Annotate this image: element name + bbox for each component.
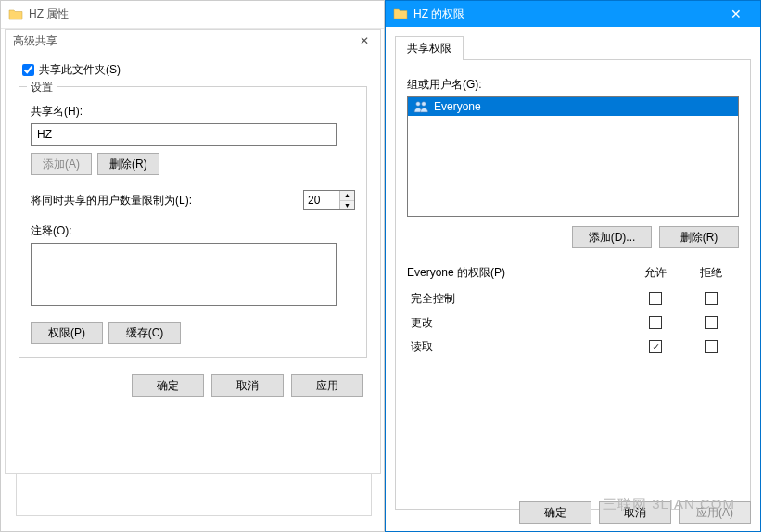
- close-icon[interactable]: ✕: [356, 32, 373, 49]
- deny-checkbox[interactable]: [705, 316, 718, 329]
- permission-name: 更改: [407, 315, 628, 331]
- add-share-button[interactable]: 添加(A): [31, 153, 92, 175]
- users-listbox[interactable]: Everyone: [407, 96, 739, 217]
- share-name-label: 共享名(H):: [31, 104, 355, 120]
- permissions-button[interactable]: 权限(P): [31, 322, 103, 344]
- permission-row: 读取: [407, 335, 739, 359]
- properties-panel-remnant: [16, 474, 372, 516]
- cancel-button[interactable]: 取消: [599, 501, 671, 524]
- list-item[interactable]: Everyone: [408, 97, 738, 116]
- add-user-button[interactable]: 添加(D)...: [572, 226, 652, 248]
- users-icon: [413, 100, 428, 113]
- advanced-sharing-dialog: 高级共享 ✕ 共享此文件夹(S) 设置 共享名(H): 添加(A) 删除(R) …: [5, 29, 381, 474]
- settings-legend: 设置: [27, 80, 57, 95]
- ok-button[interactable]: 确定: [132, 374, 204, 397]
- properties-titlebar[interactable]: HZ 属性: [1, 1, 384, 29]
- folder-icon: [393, 6, 408, 21]
- permission-row: 完全控制: [407, 286, 739, 310]
- allow-checkbox[interactable]: [649, 316, 662, 329]
- user-limit-label: 将同时共享的用户数量限制为(L):: [31, 193, 192, 209]
- list-item-label: Everyone: [434, 100, 481, 113]
- ok-button[interactable]: 确定: [519, 501, 591, 524]
- close-icon[interactable]: ✕: [716, 1, 757, 27]
- folder-icon: [8, 7, 23, 22]
- allow-checkbox[interactable]: [649, 292, 662, 305]
- group-users-label: 组或用户名(G):: [407, 77, 739, 93]
- permissions-window: HZ 的权限 ✕ 共享权限 组或用户名(G): Everyone 添加(D)..…: [385, 0, 761, 532]
- allow-checkbox[interactable]: [649, 340, 662, 353]
- tab-share-permissions[interactable]: 共享权限: [395, 36, 464, 60]
- cancel-button[interactable]: 取消: [211, 374, 284, 397]
- permission-row: 更改: [407, 310, 739, 335]
- advanced-sharing-title: 高级共享: [13, 33, 57, 49]
- permissions-table: 完全控制更改读取: [407, 286, 739, 359]
- svg-point-1: [422, 102, 426, 107]
- tab-strip: 共享权限: [395, 36, 760, 60]
- share-name-input[interactable]: [31, 123, 337, 146]
- permission-name: 完全控制: [407, 291, 628, 307]
- spinner-up-icon[interactable]: ▲: [340, 191, 354, 201]
- comment-label: 注释(O):: [31, 223, 355, 239]
- apply-button[interactable]: 应用: [291, 374, 363, 397]
- column-allow: 允许: [628, 265, 683, 281]
- deny-checkbox[interactable]: [705, 292, 718, 305]
- permissions-titlebar[interactable]: HZ 的权限 ✕: [386, 1, 760, 27]
- share-folder-label: 共享此文件夹(S): [39, 62, 121, 78]
- advanced-sharing-titlebar[interactable]: 高级共享 ✕: [6, 30, 380, 52]
- user-limit-input[interactable]: [304, 191, 339, 209]
- apply-button[interactable]: 应用(A): [679, 501, 751, 524]
- deny-checkbox[interactable]: [705, 340, 718, 353]
- permission-name: 读取: [407, 339, 628, 355]
- remove-share-button[interactable]: 删除(R): [97, 153, 159, 175]
- spinner-down-icon[interactable]: ▼: [340, 201, 354, 210]
- properties-window: HZ 属性 高级共享 ✕ 共享此文件夹(S) 设置 共享名(H): 添加(A) …: [0, 0, 385, 532]
- permissions-title: HZ 的权限: [413, 6, 716, 22]
- user-limit-spinner[interactable]: ▲ ▼: [303, 190, 355, 210]
- comment-input[interactable]: [31, 243, 337, 306]
- settings-group: 设置 共享名(H): 添加(A) 删除(R) 将同时共享的用户数量限制为(L):…: [19, 86, 367, 358]
- svg-point-0: [416, 102, 421, 107]
- share-folder-checkbox[interactable]: [22, 64, 34, 76]
- remove-user-button[interactable]: 删除(R): [659, 226, 739, 248]
- permissions-for-label: Everyone 的权限(P): [407, 265, 628, 281]
- caching-button[interactable]: 缓存(C): [108, 322, 181, 344]
- properties-title: HZ 属性: [29, 6, 69, 22]
- share-folder-checkbox-row[interactable]: 共享此文件夹(S): [19, 61, 367, 79]
- column-deny: 拒绝: [683, 265, 739, 281]
- tab-panel: 组或用户名(G): Everyone 添加(D)... 删除(R) Everyo…: [395, 59, 751, 510]
